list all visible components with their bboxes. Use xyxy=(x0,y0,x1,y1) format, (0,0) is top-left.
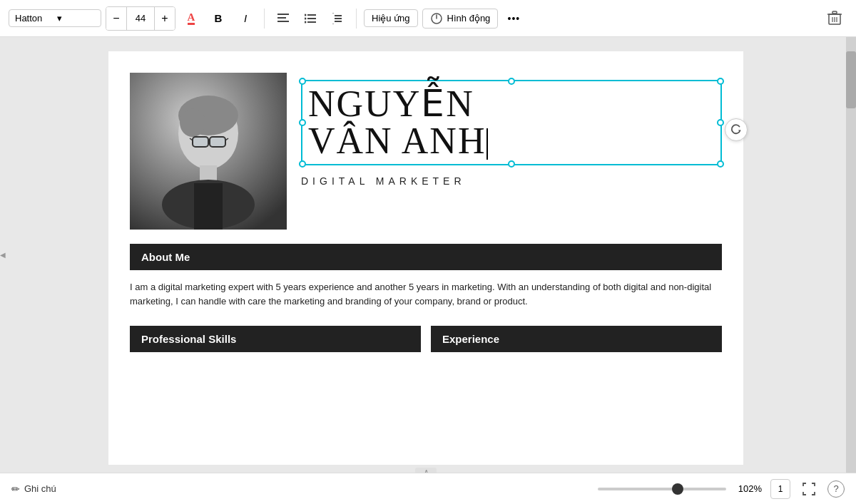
person-image xyxy=(130,73,287,230)
handle-top-mid[interactable] xyxy=(508,78,515,85)
cv-job-title: DIGITAL MARKETER xyxy=(301,175,722,187)
left-panel-toggle[interactable]: ◀ xyxy=(0,37,6,473)
font-name-label: Hatton xyxy=(15,13,53,24)
svg-rect-10 xyxy=(335,18,342,19)
handle-bottom-left[interactable] xyxy=(299,160,306,168)
name-text-box[interactable]: NGUYỄN VÂN ANH xyxy=(301,80,722,165)
page-number: 1 xyxy=(778,484,783,494)
help-icon: ? xyxy=(833,483,838,494)
font-size-control: − 44 + xyxy=(106,6,175,31)
italic-button[interactable]: I xyxy=(234,7,257,30)
svg-marker-13 xyxy=(332,24,334,24)
zoom-percent-label: 102% xyxy=(733,483,762,494)
skills-header: Professional Skills xyxy=(130,326,421,352)
rotate-handle[interactable] xyxy=(725,118,748,141)
vertical-scrollbar[interactable] xyxy=(846,37,856,473)
skills-column: Professional Skills xyxy=(130,326,421,352)
svg-rect-0 xyxy=(277,14,289,15)
fullscreen-icon xyxy=(802,483,815,495)
bottom-bar: ✏ Ghi chú 102% 1 ? xyxy=(0,473,856,504)
line-spacing-button[interactable] xyxy=(326,7,349,30)
zoom-thumb[interactable] xyxy=(672,483,683,495)
svg-rect-30 xyxy=(210,137,225,147)
list-button[interactable] xyxy=(299,7,322,30)
cv-name-line1: NGUYỄN xyxy=(308,86,715,123)
note-label: Ghi chú xyxy=(24,483,56,494)
delete-button[interactable] xyxy=(822,6,847,31)
handle-bottom-right[interactable] xyxy=(717,160,724,168)
svg-rect-5 xyxy=(307,21,316,23)
animate-button[interactable]: Hình động xyxy=(422,9,499,29)
scroll-up-chevron[interactable]: ∧ xyxy=(415,468,437,473)
effects-label: Hiệu ứng xyxy=(372,13,410,24)
toolbar: Hatton ▾ − 44 + A B I xyxy=(0,0,856,37)
about-me-header: About Me xyxy=(130,244,722,270)
chevron-up-icon: ∧ xyxy=(424,468,429,473)
svg-marker-12 xyxy=(332,13,334,14)
svg-rect-29 xyxy=(193,137,208,147)
handle-mid-left[interactable] xyxy=(299,119,306,126)
cv-header: NGUYỄN VÂN ANH DIG xyxy=(108,51,743,244)
experience-header: Experience xyxy=(431,326,722,352)
svg-point-25 xyxy=(180,108,205,137)
divider-1 xyxy=(264,9,265,29)
font-size-increase-button[interactable]: + xyxy=(155,7,175,30)
help-button[interactable]: ? xyxy=(827,480,845,498)
left-arrow-icon: ◀ xyxy=(0,251,6,259)
note-button[interactable]: ✏ Ghi chú xyxy=(11,483,56,495)
rotate-icon-svg xyxy=(730,123,743,136)
document-page: NGUYỄN VÂN ANH DIG xyxy=(108,51,743,465)
handle-top-left[interactable] xyxy=(299,78,306,85)
align-icon xyxy=(277,14,289,24)
svg-rect-2 xyxy=(277,21,289,22)
fullscreen-button[interactable] xyxy=(799,479,819,499)
line-spacing-icon xyxy=(332,13,343,24)
zoom-slider[interactable] xyxy=(598,488,726,490)
svg-rect-4 xyxy=(307,18,316,19)
svg-point-6 xyxy=(305,14,307,16)
zoom-area: 102% xyxy=(598,483,762,494)
animate-label: Hình động xyxy=(447,13,491,24)
text-cursor xyxy=(486,128,488,160)
about-me-section: About Me I am a digital marketing expert… xyxy=(130,244,722,314)
about-me-text: I am a digital marketing expert with 5 y… xyxy=(130,270,722,314)
note-pencil-icon: ✏ xyxy=(11,483,20,495)
portrait-svg xyxy=(130,73,287,230)
canvas-area: NGUYỄN VÂN ANH DIG xyxy=(6,37,846,473)
handle-bottom-mid[interactable] xyxy=(508,160,515,168)
svg-point-7 xyxy=(305,17,307,19)
font-selector[interactable]: Hatton ▾ xyxy=(9,9,101,27)
cv-name-line2: VÂN ANH xyxy=(308,123,715,160)
main-area: ◀ xyxy=(0,37,856,473)
font-size-decrease-button[interactable]: − xyxy=(106,7,126,30)
svg-rect-9 xyxy=(335,15,342,16)
cv-name-area: NGUYỄN VÂN ANH DIG xyxy=(301,73,722,187)
svg-point-8 xyxy=(305,21,307,23)
font-size-value[interactable]: 44 xyxy=(126,7,155,30)
vertical-scroll-thumb[interactable] xyxy=(846,51,856,108)
cv-name-text[interactable]: NGUYỄN VÂN ANH xyxy=(308,86,715,160)
text-color-button[interactable]: A xyxy=(180,7,203,30)
svg-rect-28 xyxy=(194,183,223,230)
animate-icon xyxy=(430,12,443,25)
bold-button[interactable]: B xyxy=(207,7,230,30)
effects-button[interactable]: Hiệu ứng xyxy=(364,9,418,27)
align-button[interactable] xyxy=(272,7,295,30)
handle-top-right[interactable] xyxy=(717,78,724,85)
skills-experience-row: Professional Skills Experience xyxy=(130,326,722,352)
svg-rect-11 xyxy=(335,21,342,22)
handle-mid-right[interactable] xyxy=(717,119,724,126)
more-options-button[interactable]: ••• xyxy=(502,7,525,30)
experience-column: Experience xyxy=(431,326,722,352)
svg-rect-17 xyxy=(832,11,837,14)
divider-2 xyxy=(356,9,357,29)
chevron-down-icon: ▾ xyxy=(57,13,95,24)
page-indicator[interactable]: 1 xyxy=(770,479,790,499)
list-icon xyxy=(305,14,316,24)
trash-icon xyxy=(827,11,842,26)
svg-rect-3 xyxy=(307,14,316,16)
svg-rect-1 xyxy=(277,17,286,19)
cv-photo xyxy=(130,73,287,230)
text-color-icon: A xyxy=(188,12,195,25)
